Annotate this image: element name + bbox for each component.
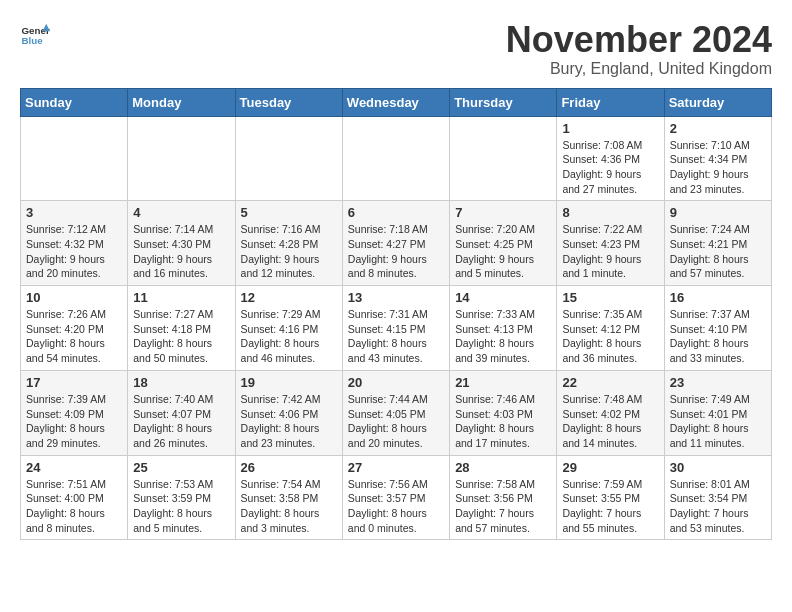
day-info: Sunrise: 7:33 AM Sunset: 4:13 PM Dayligh… bbox=[455, 307, 551, 366]
table-cell: 3Sunrise: 7:12 AM Sunset: 4:32 PM Daylig… bbox=[21, 201, 128, 286]
table-cell: 25Sunrise: 7:53 AM Sunset: 3:59 PM Dayli… bbox=[128, 455, 235, 540]
day-info: Sunrise: 7:44 AM Sunset: 4:05 PM Dayligh… bbox=[348, 392, 444, 451]
day-info: Sunrise: 7:14 AM Sunset: 4:30 PM Dayligh… bbox=[133, 222, 229, 281]
table-cell: 14Sunrise: 7:33 AM Sunset: 4:13 PM Dayli… bbox=[450, 286, 557, 371]
day-number: 7 bbox=[455, 205, 551, 220]
table-cell: 23Sunrise: 7:49 AM Sunset: 4:01 PM Dayli… bbox=[664, 370, 771, 455]
day-info: Sunrise: 7:10 AM Sunset: 4:34 PM Dayligh… bbox=[670, 138, 766, 197]
table-cell: 8Sunrise: 7:22 AM Sunset: 4:23 PM Daylig… bbox=[557, 201, 664, 286]
day-info: Sunrise: 7:35 AM Sunset: 4:12 PM Dayligh… bbox=[562, 307, 658, 366]
day-info: Sunrise: 7:20 AM Sunset: 4:25 PM Dayligh… bbox=[455, 222, 551, 281]
header-tuesday: Tuesday bbox=[235, 88, 342, 116]
day-info: Sunrise: 7:37 AM Sunset: 4:10 PM Dayligh… bbox=[670, 307, 766, 366]
day-info: Sunrise: 7:59 AM Sunset: 3:55 PM Dayligh… bbox=[562, 477, 658, 536]
table-cell bbox=[450, 116, 557, 201]
day-number: 4 bbox=[133, 205, 229, 220]
day-number: 27 bbox=[348, 460, 444, 475]
day-number: 23 bbox=[670, 375, 766, 390]
day-number: 5 bbox=[241, 205, 337, 220]
day-number: 11 bbox=[133, 290, 229, 305]
day-number: 1 bbox=[562, 121, 658, 136]
header-sunday: Sunday bbox=[21, 88, 128, 116]
day-info: Sunrise: 7:08 AM Sunset: 4:36 PM Dayligh… bbox=[562, 138, 658, 197]
day-number: 10 bbox=[26, 290, 122, 305]
table-cell: 22Sunrise: 7:48 AM Sunset: 4:02 PM Dayli… bbox=[557, 370, 664, 455]
table-cell: 1Sunrise: 7:08 AM Sunset: 4:36 PM Daylig… bbox=[557, 116, 664, 201]
table-cell: 5Sunrise: 7:16 AM Sunset: 4:28 PM Daylig… bbox=[235, 201, 342, 286]
table-cell: 2Sunrise: 7:10 AM Sunset: 4:34 PM Daylig… bbox=[664, 116, 771, 201]
day-number: 29 bbox=[562, 460, 658, 475]
day-info: Sunrise: 7:12 AM Sunset: 4:32 PM Dayligh… bbox=[26, 222, 122, 281]
day-number: 3 bbox=[26, 205, 122, 220]
table-cell: 12Sunrise: 7:29 AM Sunset: 4:16 PM Dayli… bbox=[235, 286, 342, 371]
day-number: 12 bbox=[241, 290, 337, 305]
header-monday: Monday bbox=[128, 88, 235, 116]
table-cell: 4Sunrise: 7:14 AM Sunset: 4:30 PM Daylig… bbox=[128, 201, 235, 286]
day-number: 19 bbox=[241, 375, 337, 390]
day-info: Sunrise: 7:46 AM Sunset: 4:03 PM Dayligh… bbox=[455, 392, 551, 451]
day-number: 28 bbox=[455, 460, 551, 475]
table-cell: 11Sunrise: 7:27 AM Sunset: 4:18 PM Dayli… bbox=[128, 286, 235, 371]
day-info: Sunrise: 7:58 AM Sunset: 3:56 PM Dayligh… bbox=[455, 477, 551, 536]
table-cell bbox=[235, 116, 342, 201]
table-cell: 16Sunrise: 7:37 AM Sunset: 4:10 PM Dayli… bbox=[664, 286, 771, 371]
day-number: 30 bbox=[670, 460, 766, 475]
logo: General Blue bbox=[20, 20, 50, 50]
day-number: 20 bbox=[348, 375, 444, 390]
table-cell bbox=[128, 116, 235, 201]
week-row-0: 1Sunrise: 7:08 AM Sunset: 4:36 PM Daylig… bbox=[21, 116, 772, 201]
day-number: 17 bbox=[26, 375, 122, 390]
logo-icon: General Blue bbox=[20, 20, 50, 50]
day-number: 8 bbox=[562, 205, 658, 220]
week-row-4: 24Sunrise: 7:51 AM Sunset: 4:00 PM Dayli… bbox=[21, 455, 772, 540]
table-cell: 27Sunrise: 7:56 AM Sunset: 3:57 PM Dayli… bbox=[342, 455, 449, 540]
header-thursday: Thursday bbox=[450, 88, 557, 116]
day-info: Sunrise: 7:24 AM Sunset: 4:21 PM Dayligh… bbox=[670, 222, 766, 281]
header-friday: Friday bbox=[557, 88, 664, 116]
day-info: Sunrise: 7:56 AM Sunset: 3:57 PM Dayligh… bbox=[348, 477, 444, 536]
table-cell bbox=[342, 116, 449, 201]
table-cell: 29Sunrise: 7:59 AM Sunset: 3:55 PM Dayli… bbox=[557, 455, 664, 540]
calendar: Sunday Monday Tuesday Wednesday Thursday… bbox=[20, 88, 772, 541]
week-row-3: 17Sunrise: 7:39 AM Sunset: 4:09 PM Dayli… bbox=[21, 370, 772, 455]
day-number: 25 bbox=[133, 460, 229, 475]
day-info: Sunrise: 7:53 AM Sunset: 3:59 PM Dayligh… bbox=[133, 477, 229, 536]
table-cell: 21Sunrise: 7:46 AM Sunset: 4:03 PM Dayli… bbox=[450, 370, 557, 455]
day-info: Sunrise: 7:54 AM Sunset: 3:58 PM Dayligh… bbox=[241, 477, 337, 536]
day-info: Sunrise: 8:01 AM Sunset: 3:54 PM Dayligh… bbox=[670, 477, 766, 536]
week-row-2: 10Sunrise: 7:26 AM Sunset: 4:20 PM Dayli… bbox=[21, 286, 772, 371]
table-cell: 28Sunrise: 7:58 AM Sunset: 3:56 PM Dayli… bbox=[450, 455, 557, 540]
day-number: 21 bbox=[455, 375, 551, 390]
day-info: Sunrise: 7:22 AM Sunset: 4:23 PM Dayligh… bbox=[562, 222, 658, 281]
table-cell: 19Sunrise: 7:42 AM Sunset: 4:06 PM Dayli… bbox=[235, 370, 342, 455]
day-info: Sunrise: 7:39 AM Sunset: 4:09 PM Dayligh… bbox=[26, 392, 122, 451]
table-cell: 24Sunrise: 7:51 AM Sunset: 4:00 PM Dayli… bbox=[21, 455, 128, 540]
day-info: Sunrise: 7:26 AM Sunset: 4:20 PM Dayligh… bbox=[26, 307, 122, 366]
table-cell: 9Sunrise: 7:24 AM Sunset: 4:21 PM Daylig… bbox=[664, 201, 771, 286]
calendar-header-row: Sunday Monday Tuesday Wednesday Thursday… bbox=[21, 88, 772, 116]
table-cell: 15Sunrise: 7:35 AM Sunset: 4:12 PM Dayli… bbox=[557, 286, 664, 371]
title-area: November 2024 Bury, England, United King… bbox=[506, 20, 772, 78]
day-number: 6 bbox=[348, 205, 444, 220]
day-info: Sunrise: 7:40 AM Sunset: 4:07 PM Dayligh… bbox=[133, 392, 229, 451]
day-number: 24 bbox=[26, 460, 122, 475]
day-number: 26 bbox=[241, 460, 337, 475]
svg-text:Blue: Blue bbox=[22, 35, 44, 46]
table-cell: 10Sunrise: 7:26 AM Sunset: 4:20 PM Dayli… bbox=[21, 286, 128, 371]
table-cell: 30Sunrise: 8:01 AM Sunset: 3:54 PM Dayli… bbox=[664, 455, 771, 540]
day-info: Sunrise: 7:18 AM Sunset: 4:27 PM Dayligh… bbox=[348, 222, 444, 281]
table-cell: 17Sunrise: 7:39 AM Sunset: 4:09 PM Dayli… bbox=[21, 370, 128, 455]
table-cell: 20Sunrise: 7:44 AM Sunset: 4:05 PM Dayli… bbox=[342, 370, 449, 455]
day-info: Sunrise: 7:51 AM Sunset: 4:00 PM Dayligh… bbox=[26, 477, 122, 536]
day-number: 13 bbox=[348, 290, 444, 305]
day-info: Sunrise: 7:42 AM Sunset: 4:06 PM Dayligh… bbox=[241, 392, 337, 451]
table-cell: 6Sunrise: 7:18 AM Sunset: 4:27 PM Daylig… bbox=[342, 201, 449, 286]
day-number: 22 bbox=[562, 375, 658, 390]
table-cell bbox=[21, 116, 128, 201]
header: General Blue November 2024 Bury, England… bbox=[20, 20, 772, 78]
table-cell: 26Sunrise: 7:54 AM Sunset: 3:58 PM Dayli… bbox=[235, 455, 342, 540]
location: Bury, England, United Kingdom bbox=[506, 60, 772, 78]
header-wednesday: Wednesday bbox=[342, 88, 449, 116]
day-info: Sunrise: 7:27 AM Sunset: 4:18 PM Dayligh… bbox=[133, 307, 229, 366]
day-info: Sunrise: 7:31 AM Sunset: 4:15 PM Dayligh… bbox=[348, 307, 444, 366]
